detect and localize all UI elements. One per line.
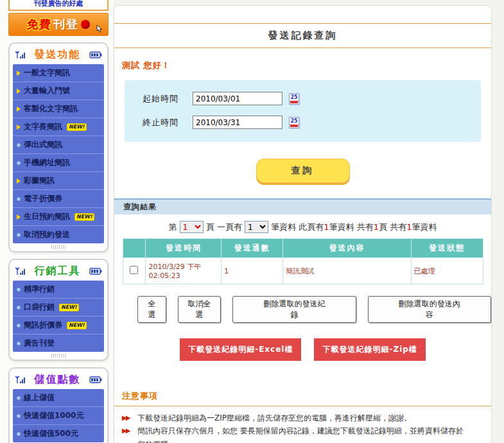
page-title: 發送記錄查詢 — [114, 24, 491, 48]
sidebar-item-bulk-number-input[interactable]: 大量輸入門號 — [13, 82, 104, 100]
sidebar-item-customized-text-sms[interactable]: 客製化文字簡訊 — [13, 100, 104, 118]
download-excel-button[interactable]: 下載發送紀錄明細-Excel檔 — [180, 338, 301, 361]
checkbox-column-header — [123, 239, 146, 258]
box-grip — [51, 245, 65, 249]
ad-publish-label: 刊登 — [53, 17, 79, 32]
signal-icon — [15, 267, 26, 275]
table-row: 2010/3/29 下午 02:05:23 1 簡訊測試 已處理 — [123, 258, 483, 284]
dot-bullet-icon — [17, 197, 21, 201]
column-header-send-status: 發送狀態 — [411, 239, 483, 258]
battery-icon — [89, 51, 102, 58]
sidebar-item-general-text-sms[interactable]: 一般文字簡訊 — [13, 64, 104, 82]
dot-bullet-icon — [17, 233, 21, 237]
pager-text: 筆資料 共有 — [329, 222, 374, 232]
calendar-icon[interactable]: 25 — [289, 117, 299, 128]
query-button[interactable]: 查詢 — [256, 159, 350, 183]
divider — [114, 406, 491, 406]
notes-title: 注意事項 — [122, 390, 483, 402]
sidebar-item-label: 口袋行銷 — [24, 302, 55, 313]
pagination-bar: 第 1 頁 一頁有 1 筆資料 此頁有1筆資料 共有1頁 共有1筆資料 — [114, 221, 491, 233]
download-button-row: 下載發送紀錄明細-Excel檔 下載發送紀錄明細-Zip檔 — [114, 338, 491, 361]
sidebar-item-label: 電子折價券 — [24, 193, 62, 204]
end-time-label: 終止時間 — [143, 117, 193, 128]
main-content-panel: 發送記錄查詢 測試 您好！ 起始時間 25 終止時間 25 查詢 查詢結果 第 … — [114, 5, 492, 443]
delete-selected-records-button[interactable]: 刪除選取的發送紀錄 — [232, 296, 356, 323]
double-arrow-icon: ▶▶ — [122, 424, 134, 443]
sidebar-item-sms-coupon[interactable]: 簡訊折價券NEW! — [13, 317, 104, 334]
dot-bullet-icon — [17, 143, 21, 147]
per-page-select[interactable]: 1 — [245, 221, 268, 233]
section-title: 發送功能 — [35, 48, 81, 62]
arrow-bullet-icon — [17, 71, 21, 76]
sidebar-item-online-topup[interactable]: 線上儲值 — [13, 389, 104, 407]
pager-text: 第 — [169, 222, 177, 232]
section-header: 儲值點數 — [13, 370, 104, 389]
results-section-header: 查詢結果 — [114, 198, 491, 214]
pager-text: 筆資料 此頁有 — [271, 222, 324, 232]
sidebar-item-label: 文字長簡訊 — [24, 121, 62, 132]
ad-red-dot — [81, 20, 90, 29]
arrow-bullet-icon — [17, 107, 21, 112]
note-item: ▶▶ 下載發送紀錄明細為一ZIP壓縮檔，請先儲存至您的電腦，再進行解壓縮，謝謝。 — [122, 412, 483, 424]
new-badge: NEW! — [59, 304, 79, 311]
sidebar-item-pocket-marketing[interactable]: 口袋行銷NEW! — [13, 299, 104, 317]
send-records-table: 發送時間 發送通數 發送內容 發送狀態 2010/3/29 下午 02:05:2… — [123, 238, 483, 284]
double-arrow-icon: ▶▶ — [122, 412, 134, 424]
box-grip — [51, 354, 65, 358]
calendar-icon[interactable]: 25 — [289, 93, 299, 105]
dot-bullet-icon — [17, 306, 21, 309]
sidebar-section-send-functions: 發送功能 一般文字簡訊 大量輸入門號 客製化文字簡訊 文字長簡訊NEW! 彈出式… — [8, 42, 109, 252]
sidebar-item-picture-sms[interactable]: 彩圖簡訊 — [13, 172, 104, 190]
pager-text: 頁 共有 — [379, 222, 406, 232]
sidebar-item-popup-sms[interactable]: 彈出式簡訊 — [13, 136, 104, 154]
sidebar-item-label: 取消預約發送 — [24, 229, 70, 240]
sidebar-item-quick-topup-1000[interactable]: 快速儲值1000元 — [13, 407, 104, 425]
arrow-bullet-icon — [17, 214, 21, 220]
sidebar-section-stored-value-points: 儲值點數 線上儲值 快速儲值1000元 快速儲值500元 — [8, 367, 109, 443]
new-badge: NEW! — [74, 213, 94, 221]
deselect-all-button[interactable]: 取消全選 — [178, 296, 222, 323]
end-time-row: 終止時間 25 — [135, 116, 481, 129]
pager-text: 筆資料 — [412, 222, 437, 232]
sidebar-item-label: 客製化文字簡訊 — [24, 103, 78, 114]
sidebar-item-label: 一般文字簡訊 — [24, 67, 70, 78]
select-all-button[interactable]: 全選 — [137, 296, 166, 323]
notes-section: 注意事項 ▶▶ 下載發送紀錄明細為一ZIP壓縮檔，請先儲存至您的電腦，再進行解壓… — [122, 390, 483, 443]
free-publish-ad-banner[interactable]: 免費 刊登 — [8, 13, 109, 36]
sidebar-item-long-text-sms[interactable]: 文字長簡訊NEW! — [13, 118, 104, 136]
sidebar-item-label: 彈出式簡訊 — [24, 139, 62, 150]
section-title: 行銷工具 — [35, 265, 81, 278]
sidebar-item-label: 彩圖簡訊 — [24, 175, 55, 186]
page-select[interactable]: 1 — [180, 221, 204, 233]
sidebar-item-cancel-scheduled-send[interactable]: 取消預約發送 — [13, 226, 104, 243]
sidebar-item-e-coupon[interactable]: 電子折價券 — [13, 190, 104, 208]
divider — [114, 48, 491, 48]
calendar-strip — [290, 125, 298, 127]
download-zip-button[interactable]: 下載發送紀錄明細-Zip檔 — [314, 338, 425, 361]
date-range-form: 起始時間 25 終止時間 25 — [125, 80, 481, 142]
sidebar-item-quick-topup-500[interactable]: 快速儲值500元 — [13, 425, 104, 442]
signal-icon — [15, 51, 26, 59]
sidebar-item-label: 精準行銷 — [24, 284, 55, 295]
cell-send-time: 2010/3/29 下午 02:05:23 — [146, 258, 222, 284]
note-item: ▶▶ 簡訊內容只保存六個月，如您 要長期保留內容記錄，建議您下載發送記錄明細，並… — [122, 424, 483, 443]
sidebar-item-mobile-url-sms[interactable]: 手機網址簡訊 — [13, 154, 104, 172]
sidebar-item-precision-marketing[interactable]: 精準行銷 — [13, 281, 104, 299]
sidebar-item-ad-publishing[interactable]: 廣告刊登 — [13, 334, 104, 352]
start-time-row: 起始時間 25 — [135, 92, 481, 105]
sidebar-item-label: 手機網址簡訊 — [24, 157, 70, 168]
sidebar-section-marketing-tools: 行銷工具 精準行銷 口袋行銷NEW! 簡訊折價券NEW! 廣告刊登 — [8, 259, 109, 361]
sidebar-item-birthday-scheduled-sms[interactable]: 生日預約簡訊NEW! — [13, 208, 104, 226]
section-header: 行銷工具 — [13, 262, 104, 281]
arrow-bullet-icon — [17, 178, 21, 184]
start-time-input[interactable] — [193, 92, 282, 105]
row-checkbox[interactable] — [130, 266, 138, 274]
arrow-bullet-icon — [17, 89, 21, 94]
dot-bullet-icon — [17, 342, 21, 345]
ad-text-banner[interactable]: 刊登廣告的好處 — [8, 0, 109, 11]
delete-selected-content-button[interactable]: 刪除選取的發送內容 — [368, 296, 491, 323]
column-header-send-time: 發送時間 — [146, 239, 222, 258]
sidebar-item-label: 生日預約簡訊 — [24, 211, 70, 222]
dot-bullet-icon — [17, 324, 21, 327]
end-time-input[interactable] — [193, 116, 282, 129]
